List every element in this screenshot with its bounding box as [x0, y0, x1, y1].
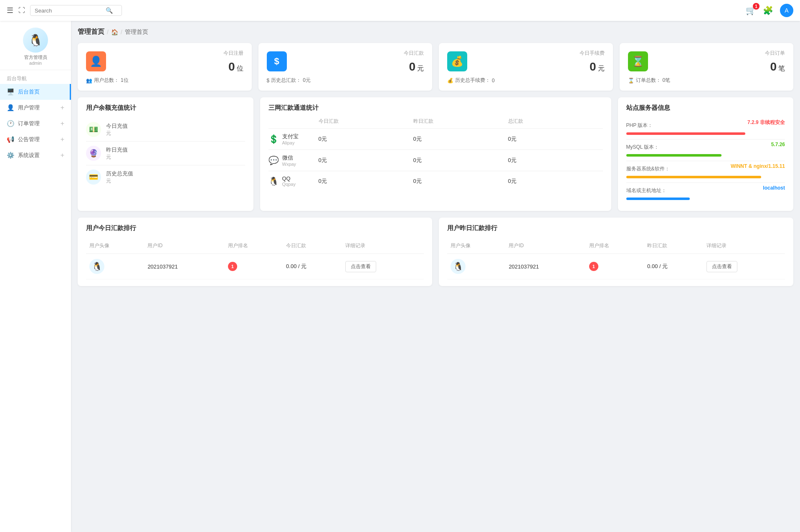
- menu-toggle-icon[interactable]: ☰: [7, 6, 13, 15]
- stat-card-register-icon: 👤: [86, 51, 106, 71]
- user-icon: 👤: [7, 104, 15, 111]
- recharge-item-yesterday: 🔮 昨日充值 元: [86, 142, 245, 165]
- qq-icon: 🐧: [268, 176, 279, 186]
- channels-title: 三网汇款通道统计: [268, 104, 603, 112]
- table-row: 🐧 2021037921 1 0.00 / 元 点击查看: [447, 254, 785, 279]
- stat-card-register-unit: 位: [237, 64, 243, 73]
- recharge-card: 用户余额充值统计 💵 今日充值 元 🔮 昨日充值 元: [78, 97, 253, 211]
- stat-card-fee: 今日手续费 0 元 💰 💰 历史总手续费： 0: [439, 43, 613, 91]
- page-title: 管理首页: [78, 28, 104, 36]
- puzzle-button[interactable]: 🧩: [763, 5, 773, 15]
- stat-card-fee-value: 0: [590, 60, 596, 73]
- alipay-total: 0元: [508, 135, 603, 143]
- sidebar: 🐧 官方管理员 admin 后台导航 🖥️ 后台首页 👤 用户管理 + 🕐 订单…: [0, 21, 71, 532]
- channels-col-total: 总汇款: [508, 118, 603, 125]
- breadcrumb-home-icon[interactable]: 🏠: [111, 29, 118, 35]
- yesterday-col-rank: 用户排名: [586, 238, 644, 254]
- qq-sub: Qqpay: [282, 182, 296, 187]
- channel-row-wechat: 💬 微信 Wxpay 0元 0元 0元: [268, 150, 603, 171]
- today-rank-table: 用户头像 用户ID 用户排名 今日汇款 详细记录 🐧 2021037921 1: [86, 238, 424, 279]
- yesterday-rank-header: 用户头像 用户ID 用户排名 昨日汇款 详细记录: [447, 238, 785, 254]
- server-row-os: 服务器系统&软件： WINNT & nginx/1.15.11: [626, 161, 785, 183]
- orders-expand-icon[interactable]: +: [61, 120, 64, 127]
- search-icon: 🔍: [106, 7, 113, 14]
- alipay-today: 0元: [319, 135, 413, 143]
- stat-card-register-label: 今日注册: [86, 50, 243, 57]
- sidebar-item-settings[interactable]: ⚙️ 系统设置 +: [0, 147, 71, 163]
- recharge-item-total: 💳 历史总充值 元: [86, 165, 245, 189]
- stat-card-remittance-value: 0: [409, 60, 415, 73]
- stat-card-fee-unit: 元: [598, 64, 605, 73]
- sidebar-item-orders[interactable]: 🕐 订单管理 +: [0, 116, 71, 132]
- table-row: 🐧 2021037921 1 0.00 / 元 点击查看: [86, 254, 424, 279]
- users-expand-icon[interactable]: +: [61, 104, 64, 111]
- today-rank-title: 用户今日汇款排行: [86, 224, 424, 232]
- cart-button[interactable]: 🛒 1: [746, 5, 756, 15]
- server-row-php: PHP 版本： 7.2.9 非续程安全: [626, 118, 785, 139]
- server-mysql-label: MySQL 版本：: [626, 144, 659, 151]
- avatar[interactable]: A: [780, 4, 793, 17]
- qq-today: 0元: [319, 177, 413, 185]
- search-input[interactable]: [35, 8, 106, 14]
- logo-image: 🐧: [23, 28, 48, 53]
- today-user-avatar: 🐧: [89, 259, 104, 274]
- yesterday-view-button[interactable]: 点击查看: [706, 261, 737, 272]
- stat-card-remittance-unit: 元: [417, 64, 424, 73]
- yesterday-rank-title: 用户昨日汇款排行: [447, 224, 785, 232]
- server-row-mysql: MySQL 版本： 5.7.26: [626, 139, 785, 161]
- wechat-total: 0元: [508, 157, 603, 164]
- yesterday-col-avatar: 用户头像: [447, 238, 505, 254]
- sidebar-item-home-label: 后台首页: [18, 88, 40, 96]
- sidebar-item-announcements[interactable]: 📢 公告管理 +: [0, 132, 71, 147]
- expand-icon[interactable]: ⛶: [18, 7, 25, 14]
- channels-card: 三网汇款通道统计 今日汇款 昨日汇款 总汇款 💲 支付宝 Alipay: [260, 97, 611, 211]
- sidebar-item-users[interactable]: 👤 用户管理 +: [0, 100, 71, 116]
- stat-card-orders-unit: 笔: [778, 64, 785, 73]
- qq-total: 0元: [508, 177, 603, 185]
- sidebar-item-announcements-label: 公告管理: [18, 136, 40, 143]
- stat-card-orders-icon: ⌛: [628, 51, 648, 71]
- stat-card-register-value: 0: [228, 60, 235, 73]
- today-view-button[interactable]: 点击查看: [345, 261, 376, 272]
- home-icon: 🖥️: [7, 88, 15, 96]
- main-content: 管理首页 / 🏠 / 管理首页 今日注册 0 位 👤 👥 用户总数： 1位: [71, 21, 800, 532]
- stat-card-orders: 今日订单 0 笔 ⌛ ⌛ 订单总数： 0笔: [620, 43, 794, 91]
- recharge-today-value: 元: [106, 130, 128, 137]
- search-box: 🔍: [30, 5, 122, 16]
- header-right: 🛒 1 🧩 A: [746, 4, 793, 17]
- announcements-expand-icon[interactable]: +: [61, 136, 64, 143]
- stat-card-fee-footer: 💰 历史总手续费： 0: [447, 77, 605, 84]
- yesterday-user-amount: 0.00 / 元: [644, 254, 703, 279]
- today-user-rank: 1: [228, 262, 237, 271]
- logo-subtitle: admin: [29, 61, 42, 66]
- settings-icon: ⚙️: [7, 152, 15, 159]
- breadcrumb: 管理首页 / 🏠 / 管理首页: [78, 28, 793, 36]
- server-os-bar: [626, 176, 761, 178]
- layout: 🐧 官方管理员 admin 后台导航 🖥️ 后台首页 👤 用户管理 + 🕐 订单…: [0, 0, 800, 532]
- stat-card-register: 今日注册 0 位 👤 👥 用户总数： 1位: [78, 43, 252, 91]
- alipay-yesterday: 0元: [413, 135, 508, 143]
- channels-header: 今日汇款 昨日汇款 总汇款: [268, 118, 603, 129]
- sidebar-item-settings-label: 系统设置: [18, 152, 40, 159]
- stat-card-remittance-label: 今日汇款: [267, 50, 424, 57]
- yesterday-user-rank: 1: [589, 262, 598, 271]
- breadcrumb-current: 管理首页: [125, 28, 148, 36]
- sidebar-item-home[interactable]: 🖥️ 后台首页: [0, 84, 71, 100]
- channels-col-today: 今日汇款: [319, 118, 413, 125]
- recharge-yesterday-value: 元: [106, 154, 128, 161]
- server-php-label: PHP 版本：: [626, 122, 653, 129]
- stat-card-remittance-icon: $: [267, 51, 287, 71]
- recharge-today-icon: 💵: [86, 122, 101, 137]
- today-user-id: 2021037921: [144, 254, 224, 279]
- settings-expand-icon[interactable]: +: [61, 152, 64, 159]
- stat-cards-row: 今日注册 0 位 👤 👥 用户总数： 1位 今日汇款 0 元: [78, 43, 793, 91]
- today-user-amount: 0.00 / 元: [283, 254, 342, 279]
- today-col-rank: 用户排名: [225, 238, 283, 254]
- stat-card-orders-label: 今日订单: [628, 50, 785, 57]
- yesterday-col-userid: 用户ID: [505, 238, 585, 254]
- middle-row: 用户余额充值统计 💵 今日充值 元 🔮 昨日充值 元: [78, 97, 793, 211]
- stat-card-fee-icon: 💰: [447, 51, 467, 71]
- server-title: 站点服务器信息: [626, 104, 785, 112]
- recharge-today-label: 今日充值: [106, 122, 128, 130]
- alipay-sub: Alipay: [282, 140, 299, 145]
